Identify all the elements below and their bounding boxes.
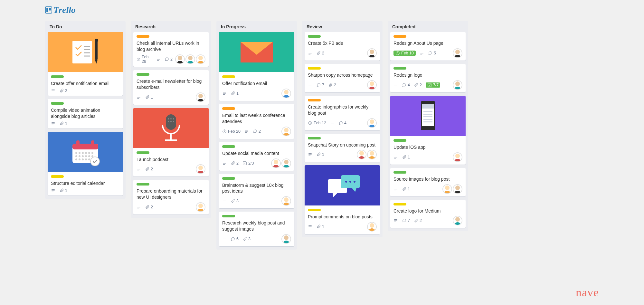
avatar [442, 184, 452, 194]
card-label[interactable] [222, 215, 235, 217]
card-badges: 1 [222, 91, 239, 96]
card[interactable]: Sharpen copy across homepage72 [305, 64, 380, 92]
card-label[interactable] [51, 75, 64, 78]
avatar [175, 54, 185, 64]
list: ReviewCreate 5x FB ads2 Sharpen copy acr… [302, 21, 383, 237]
due-date-complete-badge: Feb 10 [393, 51, 416, 56]
card-label[interactable] [137, 73, 149, 76]
card-label[interactable] [393, 139, 406, 142]
attachments-badge: 2 [414, 83, 422, 87]
description-icon [222, 91, 227, 96]
list-title[interactable]: In Progress [216, 21, 297, 32]
card-badges: 1 [51, 188, 67, 193]
card-cover [219, 32, 294, 72]
card-label[interactable] [308, 137, 321, 139]
card-label[interactable] [137, 35, 149, 38]
card[interactable]: Structure editorial calendar1 [48, 132, 123, 195]
card-label[interactable] [51, 175, 64, 178]
card[interactable]: Check all internal URLs work in blog arc… [133, 32, 209, 67]
card[interactable]: Create e-mail newsletter for blog subscr… [133, 70, 209, 105]
card[interactable]: Prompt comments on blog posts1 [305, 165, 380, 234]
comments-badge: 7 [402, 218, 410, 223]
card-label[interactable] [222, 145, 235, 148]
card-cover [48, 32, 123, 72]
card[interactable]: Create 5x FB ads2 [305, 32, 380, 61]
card-label[interactable] [308, 209, 321, 211]
card-label[interactable] [393, 171, 406, 174]
card-title: Create offer notification email [51, 81, 120, 87]
card[interactable]: Launch podcast2 [133, 108, 209, 177]
avatar [357, 150, 366, 159]
card[interactable]: Update iOS app1 [390, 96, 466, 165]
card-badges: 1 [393, 155, 410, 159]
list: To DoCreate offer notification email3Com… [45, 21, 126, 199]
card-badges: Feb 105 [393, 51, 436, 56]
due-date-badge: Feb 20 [222, 129, 241, 134]
card-label[interactable] [393, 35, 406, 38]
description-icon [308, 224, 312, 229]
card[interactable]: Create infographics for weekly blog post… [305, 96, 380, 130]
card-label[interactable] [222, 75, 235, 78]
comments-badge: 4 [338, 121, 346, 125]
list-title[interactable]: To Do [45, 21, 126, 32]
card-label[interactable] [137, 151, 149, 154]
attachments-badge: 1 [59, 188, 67, 193]
card[interactable]: Compile video animation alongside blog a… [48, 99, 123, 129]
card-label[interactable] [393, 67, 406, 70]
card-label[interactable] [308, 35, 321, 38]
card[interactable]: Create logo for Medium72 [390, 200, 466, 228]
card[interactable]: Redesign logo427/7 [390, 64, 466, 92]
card-badges: Feb 262 [137, 55, 173, 64]
description-icon [137, 205, 141, 209]
card-label[interactable] [393, 203, 406, 205]
card[interactable]: Create offer notification email3 [48, 32, 123, 96]
card-badges: 22/3 [222, 161, 254, 166]
card[interactable]: Research weekly blog post and suggest im… [219, 212, 294, 246]
card-members [367, 222, 377, 232]
card-members [281, 196, 291, 206]
card[interactable]: Email to last week's conference attendee… [219, 104, 294, 139]
card-members [196, 164, 205, 174]
avatar [453, 216, 462, 225]
card-label[interactable] [222, 107, 235, 110]
checklist-complete-badge: 7/7 [426, 82, 440, 88]
avatar [281, 89, 291, 98]
attachments-badge: 2 [414, 218, 422, 223]
card-label[interactable] [308, 67, 321, 70]
description-icon [330, 121, 335, 125]
card[interactable]: Prepare onboarding materials for new UI … [133, 180, 209, 214]
card-title: Create 5x FB ads [308, 40, 377, 46]
card-label[interactable] [137, 183, 149, 186]
svg-rect-0 [45, 7, 52, 13]
description-icon [222, 161, 227, 166]
list: CompletedRedesign About Us pageFeb 105 R… [388, 21, 468, 231]
card[interactable]: Update social media content22/3 [219, 142, 294, 171]
avatar [453, 184, 462, 194]
description-icon [308, 51, 312, 55]
card[interactable]: Redesign About Us pageFeb 105 [390, 32, 466, 61]
card[interactable]: Source images for blog post1 [390, 168, 466, 196]
card-members [442, 184, 462, 194]
list-title[interactable]: Completed [388, 21, 468, 32]
description-icon [308, 83, 312, 87]
card-cover [305, 165, 380, 205]
list-title[interactable]: Review [302, 21, 383, 32]
card-label[interactable] [308, 99, 321, 101]
card-members [453, 216, 462, 225]
svg-rect-35 [243, 161, 247, 165]
card-label[interactable] [51, 102, 64, 105]
list-title[interactable]: Research [131, 21, 211, 32]
card[interactable]: Brainstorm & suggest 10x blog post ideas… [219, 174, 294, 209]
card-title: Create e-mail newsletter for blog subscr… [137, 78, 205, 91]
card-title: Snapchat Story on upcoming post [308, 142, 377, 148]
card-badges: Feb 124 [308, 121, 346, 125]
card-cover [133, 108, 209, 148]
card[interactable]: Offer notification email1 [219, 32, 294, 101]
attachments-badge: 1 [402, 187, 410, 191]
card-title: Email to last week's conference attendee… [222, 112, 291, 125]
card-members [453, 48, 462, 58]
card[interactable]: Snapchat Story on upcoming post1 [305, 134, 380, 162]
card-title: Research weekly blog post and suggest im… [222, 220, 291, 232]
card-label[interactable] [222, 177, 235, 180]
avatar [367, 150, 377, 159]
